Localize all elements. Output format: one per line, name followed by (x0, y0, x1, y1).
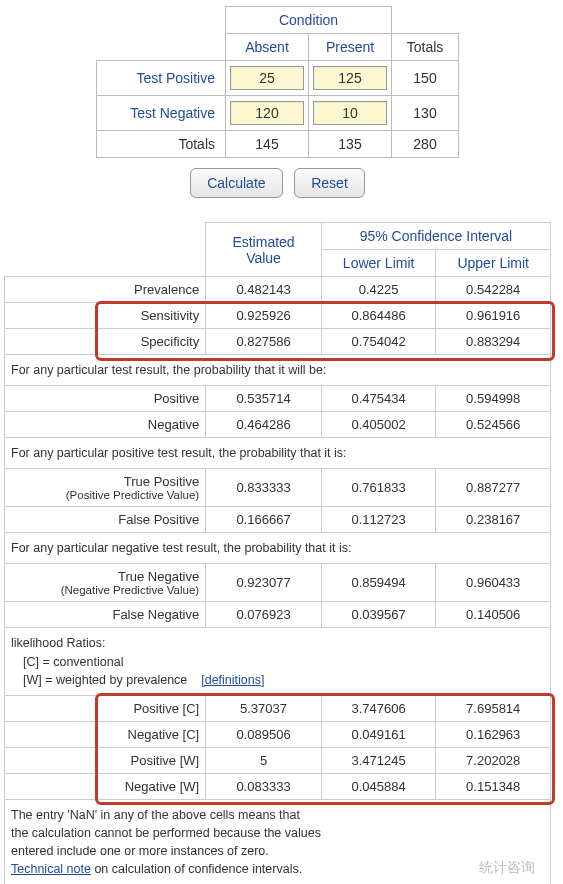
row-lr-negW: Negative [W] 0.083333 0.045884 0.151348 (5, 773, 551, 799)
input-present-negative[interactable] (313, 101, 387, 125)
definitions-link[interactable]: [definitions] (201, 673, 264, 687)
note-anypos: For any particular positive test result,… (5, 438, 551, 469)
row-test-positive: Test Positive (97, 61, 226, 96)
col-present: Present (309, 34, 392, 61)
row-negative: Negative 0.464286 0.405002 0.524566 (5, 412, 551, 438)
footer-note: The entry 'NaN' in any of the above cell… (5, 799, 551, 884)
grand-total: 280 (392, 131, 459, 158)
row-specificity: Specificity 0.827586 0.754042 0.883294 (5, 329, 551, 355)
row-totals: Totals (97, 131, 226, 158)
row-false-positive: False Positive 0.166667 0.112723 0.23816… (5, 507, 551, 533)
absent-total: 145 (226, 131, 309, 158)
header-upper: Upper Limit (436, 250, 551, 277)
input-present-positive[interactable] (313, 66, 387, 90)
header-estimated: Estimated Value (206, 223, 322, 277)
note-anytest: For any particular test result, the prob… (5, 355, 551, 386)
row-lr-negC: Negative [C] 0.089506 0.049161 0.162963 (5, 721, 551, 747)
calculate-button[interactable]: Calculate (190, 168, 282, 198)
row-prevalence: Prevalence 0.482143 0.4225 0.542284 (5, 277, 551, 303)
row-lr-posC: Positive [C] 5.37037 3.747606 7.695814 (5, 695, 551, 721)
row-lr-posW: Positive [W] 5 3.471245 7.202028 (5, 747, 551, 773)
results-table: Estimated Value 95% Confidence Interval … (4, 222, 551, 884)
header-lower: Lower Limit (321, 250, 436, 277)
reset-button[interactable]: Reset (294, 168, 365, 198)
header-ci: 95% Confidence Interval (321, 223, 550, 250)
technical-note-link[interactable]: Technical note (11, 862, 91, 876)
input-absent-negative[interactable] (230, 101, 304, 125)
total-positive: 150 (392, 61, 459, 96)
row-true-positive: True Positive(Positive Predictive Value)… (5, 469, 551, 507)
col-absent: Absent (226, 34, 309, 61)
row-true-negative: True Negative(Negative Predictive Value)… (5, 564, 551, 602)
total-negative: 130 (392, 96, 459, 131)
row-sensitivity: Sensitivity 0.925926 0.864486 0.961916 (5, 303, 551, 329)
note-lr: likelihood Ratios: [C] = conventional [W… (5, 628, 551, 695)
row-test-negative: Test Negative (97, 96, 226, 131)
contingency-table: Condition Absent Present Totals Test Pos… (96, 6, 459, 158)
col-totals: Totals (392, 34, 459, 61)
note-anyneg: For any particular negative test result,… (5, 533, 551, 564)
input-absent-positive[interactable] (230, 66, 304, 90)
present-total: 135 (309, 131, 392, 158)
row-positive: Positive 0.535714 0.475434 0.594998 (5, 386, 551, 412)
row-false-negative: False Negative 0.076923 0.039567 0.14050… (5, 602, 551, 628)
condition-header: Condition (226, 7, 392, 34)
